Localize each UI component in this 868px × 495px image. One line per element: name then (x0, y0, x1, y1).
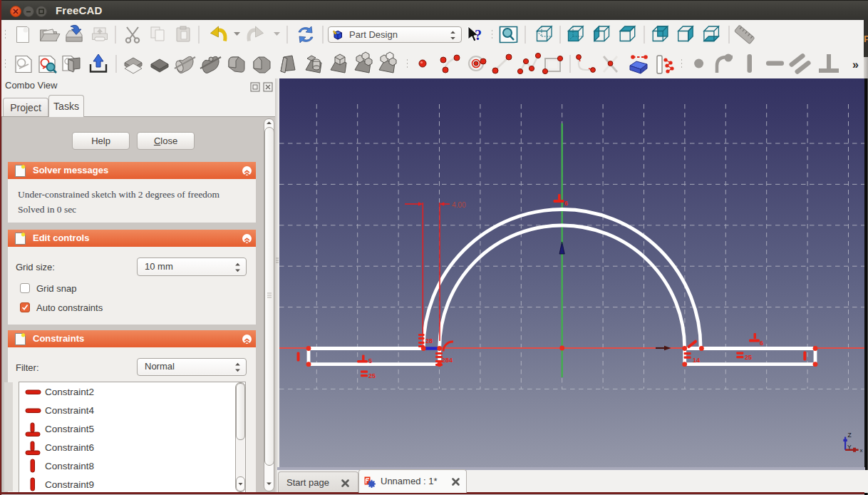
svg-text:x: x (860, 447, 863, 454)
svg-text:284: 284 (442, 357, 453, 364)
svg-text:28: 28 (425, 337, 433, 345)
svg-text:»: » (852, 58, 859, 71)
svg-text:Y: Y (847, 444, 852, 451)
svg-text:Z: Z (848, 432, 852, 439)
svg-text:25: 25 (745, 354, 752, 361)
svg-text:6: 6 (564, 200, 568, 207)
svg-text:6: 6 (760, 340, 763, 347)
svg-text:4.00: 4.00 (452, 201, 466, 209)
svg-text:?: ? (475, 27, 482, 43)
svg-text:25: 25 (368, 372, 376, 379)
svg-text:14: 14 (693, 357, 700, 364)
svg-text:5: 5 (368, 357, 372, 364)
